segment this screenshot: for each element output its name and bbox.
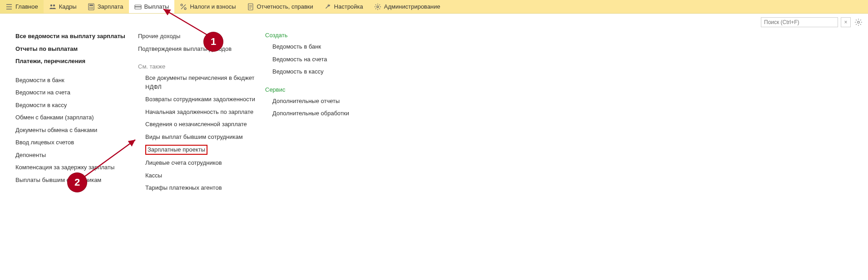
- svg-point-1: [53, 4, 54, 6]
- close-icon: ×: [844, 19, 847, 25]
- menu-taxes[interactable]: Налоги и взносы: [174, 0, 241, 13]
- nav-item[interactable]: Дополнительные отчеты: [265, 95, 374, 108]
- menu-personnel[interactable]: Кадры: [44, 0, 82, 13]
- column-right: Создать Ведомость в банк Ведомость на сч…: [265, 30, 374, 201]
- menu-label: Кадры: [59, 3, 77, 10]
- nav-item[interactable]: Тарифы платежных агентов: [138, 182, 256, 194]
- svg-point-13: [184, 8, 186, 10]
- nav-item[interactable]: Сведения о незачисленной зарплате: [138, 118, 256, 131]
- column-middle: Прочие доходы Подтверждения выплаты дохо…: [138, 30, 256, 201]
- nav-item[interactable]: Все документы перечисления в бюджет НДФЛ: [138, 72, 256, 93]
- nav-item[interactable]: Отчеты по выплатам: [15, 43, 129, 55]
- menu-label: Зарплата: [98, 3, 123, 10]
- nav-item[interactable]: Начальная задолженность по зарплате: [138, 106, 256, 118]
- nav-item[interactable]: Платежи, перечисления: [15, 55, 129, 68]
- svg-point-6: [92, 7, 93, 8]
- svg-rect-3: [89, 5, 93, 6]
- menu-admin[interactable]: Администрирование: [369, 0, 446, 13]
- nav-item[interactable]: Подтверждения выплаты доходов: [138, 43, 256, 55]
- nav-item[interactable]: Ведомости в банк: [15, 74, 129, 87]
- svg-point-12: [181, 4, 182, 6]
- see-also-header: См. также: [138, 61, 256, 72]
- svg-point-7: [89, 8, 90, 9]
- svg-point-0: [50, 4, 52, 6]
- menu-payments[interactable]: Выплаты: [129, 0, 175, 13]
- nav-item[interactable]: Компенсация за задержку зарплаты: [15, 161, 129, 174]
- svg-rect-11: [135, 6, 141, 7]
- group-secondary: Ведомости в банк Ведомости на счета Ведо…: [15, 74, 129, 187]
- gear-icon: [854, 18, 863, 26]
- nav-item[interactable]: Обмен с банками (зарплата): [15, 111, 129, 124]
- nav-item[interactable]: Депоненты: [15, 149, 129, 162]
- svg-point-4: [89, 7, 90, 8]
- nav-item[interactable]: Ввод лицевых счетов: [15, 136, 129, 149]
- search-row: ×: [761, 17, 863, 27]
- menu-label: Главное: [15, 3, 38, 10]
- settings-button[interactable]: [853, 17, 863, 27]
- nav-item-salary-projects[interactable]: Зарплатные проекты: [138, 143, 256, 157]
- people-icon: [49, 3, 56, 10]
- content-area: × Все ведомости на выплату зарплаты Отче…: [0, 14, 868, 201]
- nav-item[interactable]: Ведомость в кассу: [265, 65, 374, 78]
- nav-item[interactable]: Кассы: [138, 169, 256, 182]
- svg-point-5: [91, 7, 92, 8]
- marker-label: 2: [74, 177, 80, 188]
- svg-point-9: [92, 8, 93, 9]
- nav-item[interactable]: Прочие доходы: [138, 30, 256, 43]
- svg-point-19: [377, 6, 379, 8]
- group-see-also: Все документы перечисления в бюджет НДФЛ…: [138, 72, 256, 194]
- group-main: Все ведомости на выплату зарплаты Отчеты…: [15, 30, 129, 68]
- nav-item[interactable]: Лицевые счета сотрудников: [138, 157, 256, 169]
- menu-label: Выплаты: [144, 3, 169, 10]
- nav-item[interactable]: Ведомость в банк: [265, 40, 374, 53]
- wrench-icon: [324, 3, 331, 10]
- highlighted-label: Зарплатные проекты: [145, 145, 207, 155]
- annotation-marker-2: 2: [67, 172, 87, 192]
- menu-icon: [5, 3, 13, 10]
- search-clear-button[interactable]: ×: [841, 17, 851, 27]
- nav-item[interactable]: Дополнительные обработки: [265, 107, 374, 120]
- create-section-title: Создать: [265, 30, 374, 40]
- svg-line-14: [181, 5, 186, 9]
- menu-label: Администрирование: [384, 3, 440, 10]
- menu-settings[interactable]: Настройка: [319, 0, 369, 13]
- group-other-income: Прочие доходы Подтверждения выплаты дохо…: [138, 30, 256, 55]
- nav-item[interactable]: Возвраты сотрудниками задолженности: [138, 93, 256, 106]
- menu-salary[interactable]: Зарплата: [82, 0, 129, 13]
- doc-icon: [247, 3, 254, 10]
- top-menubar: Главное Кадры Зарплата Выплаты Налоги и …: [0, 0, 868, 14]
- annotation-marker-1: 1: [203, 32, 223, 52]
- calc-icon: [88, 3, 95, 10]
- marker-label: 1: [211, 36, 216, 48]
- gear-icon: [374, 3, 381, 10]
- nav-item[interactable]: Документы обмена с банками: [15, 124, 129, 137]
- menu-label: Отчетность, справки: [257, 3, 313, 10]
- columns: Все ведомости на выплату зарплаты Отчеты…: [0, 16, 868, 201]
- search-input[interactable]: [761, 17, 838, 27]
- nav-item[interactable]: Виды выплат бывшим сотрудникам: [138, 131, 256, 143]
- service-section-title: Сервис: [265, 84, 374, 95]
- percent-icon: [180, 3, 187, 10]
- wallet-icon: [134, 3, 142, 10]
- group-service: Дополнительные отчеты Дополнительные обр…: [265, 95, 374, 120]
- nav-item[interactable]: Ведомости в кассу: [15, 99, 129, 112]
- svg-point-8: [91, 8, 92, 9]
- menu-label: Настройка: [334, 3, 363, 10]
- nav-item[interactable]: Все ведомости на выплату зарплаты: [15, 30, 129, 43]
- menu-reports[interactable]: Отчетность, справки: [242, 0, 319, 13]
- menu-label: Налоги и взносы: [190, 3, 236, 10]
- nav-item[interactable]: Ведомости на счета: [15, 86, 129, 99]
- menu-main[interactable]: Главное: [0, 0, 44, 13]
- nav-item[interactable]: Ведомость на счета: [265, 53, 374, 66]
- group-create: Ведомость в банк Ведомость на счета Ведо…: [265, 40, 374, 78]
- svg-point-20: [858, 21, 860, 24]
